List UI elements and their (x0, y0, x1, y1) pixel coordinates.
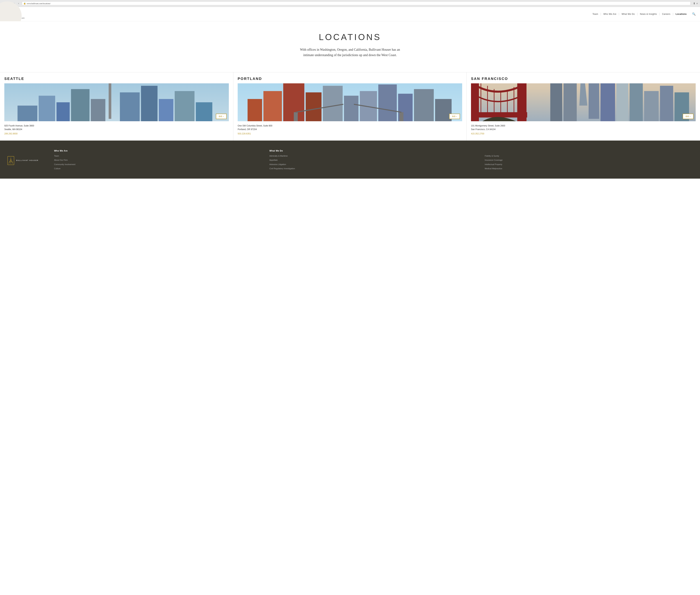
svg-rect-61 (563, 83, 577, 121)
url-text: www.bullivant.com/locations/ (27, 2, 51, 4)
svg-rect-20 (175, 91, 195, 121)
footer-link-insurance[interactable]: Insurance Coverage (485, 159, 693, 162)
footer-link-about[interactable]: About Our Firm (54, 159, 262, 162)
seattle-phone[interactable]: 206.292.8930 (4, 133, 18, 135)
go-label: GO › (219, 115, 224, 117)
nav-link-careers[interactable]: Careers (660, 13, 673, 15)
sf-address: 101 Montgomery Street, Suite 2600 San Fr… (471, 124, 696, 131)
seattle-image-wrap: GO › (4, 83, 229, 121)
lock-icon: 🔒 (24, 2, 26, 4)
nav-link-team[interactable]: Team (590, 13, 601, 15)
seattle-address-line2: Seattle, WA 98104 (4, 128, 22, 131)
svg-rect-68 (630, 83, 643, 121)
site-footer: BULLIVANT HOUSER Who We Are Team About O… (0, 141, 700, 179)
svg-rect-65 (601, 83, 615, 121)
nav-link-locations[interactable]: Locations (673, 13, 689, 15)
footer-col-title-what: What We Do (269, 149, 477, 152)
add-tab-button[interactable]: + (696, 2, 698, 5)
sf-address-line1: 101 Montgomery Street, Suite 2600 (471, 124, 505, 127)
url-bar[interactable]: 🔒 www.bullivant.com/locations/ (22, 1, 691, 5)
browser-chrome: ‹ › 🔒 www.bullivant.com/locations/ ⬆ + (0, 0, 700, 7)
location-card-san-francisco: SAN FRANCISCO (467, 72, 700, 140)
sf-address-line2: San Francisco, CA 94104 (471, 128, 496, 131)
seattle-go-button[interactable]: GO › (216, 114, 227, 119)
svg-rect-19 (159, 99, 173, 121)
svg-rect-70 (660, 86, 673, 121)
footer-link-community[interactable]: Community Involvement (54, 163, 262, 166)
go-label-portland: GO › (452, 115, 457, 117)
svg-rect-35 (344, 96, 359, 121)
svg-rect-43 (400, 112, 403, 121)
svg-rect-12 (18, 106, 37, 121)
sf-title: SAN FRANCISCO (471, 77, 696, 81)
portland-address: One SW Columbia Street, Suite 800 Portla… (238, 124, 462, 131)
svg-rect-7 (109, 83, 111, 119)
main-navigation: BULLIVANT HOUSER Team Who We Are What We… (0, 7, 700, 21)
share-button[interactable]: ⬆ (693, 2, 695, 5)
footer-col-title-practice (485, 149, 693, 152)
footer-col-what-we-do: What We Do Admiralty & Maritime Appellat… (269, 149, 477, 172)
svg-rect-21 (196, 102, 212, 121)
svg-rect-16 (91, 99, 106, 121)
seattle-address-line1: 925 Fourth Avenue, Suite 3800 (4, 124, 34, 127)
svg-rect-17 (120, 92, 140, 121)
svg-rect-42 (294, 112, 298, 121)
header-area: LOCATIONS With offices in Washington, Or… (0, 21, 700, 65)
browser-actions: ⬆ + (693, 2, 698, 5)
svg-rect-37 (378, 85, 397, 121)
footer-link-civil[interactable]: Civil Regulatory Investigation (269, 167, 477, 170)
nav-link-who-we-are[interactable]: Who We Are (601, 13, 619, 15)
svg-rect-66 (616, 83, 628, 121)
portland-address-line1: One SW Columbia Street, Suite 800 (238, 124, 272, 127)
portland-skyline-image (238, 83, 462, 121)
nav-link-news-insights[interactable]: News & Insights (637, 13, 660, 15)
footer-link-fidelity[interactable]: Fidelity & Surety (485, 154, 693, 157)
page-title-section: LOCATIONS With offices in Washington, Or… (0, 21, 700, 63)
footer-link-team[interactable]: Team (54, 154, 262, 157)
svg-rect-34 (323, 86, 343, 121)
footer-logo-text: BULLIVANT HOUSER (16, 159, 38, 162)
footer-logo-icon (7, 156, 14, 165)
footer-link-asbestos[interactable]: Asbestos Litigation (269, 163, 477, 166)
sf-go-button[interactable]: GO › (683, 114, 694, 119)
footer-link-medical[interactable]: Medical Malpractice (485, 167, 693, 170)
portland-go-button[interactable]: GO › (449, 114, 460, 119)
go-label-sf: GO › (686, 115, 691, 117)
sf-skyline-image (471, 83, 696, 121)
location-card-portland: PORTLAND (233, 72, 467, 140)
location-card-seattle: SEATTLE (0, 72, 233, 140)
footer-link-ip[interactable]: Intellectual Property (485, 163, 693, 166)
svg-rect-64 (589, 83, 599, 119)
locations-grid: SEATTLE (0, 72, 700, 140)
sf-phone[interactable]: 415.352.2700 (471, 133, 484, 135)
portland-image-wrap: GO › (238, 83, 462, 121)
footer-col-title-who: Who We Are (54, 149, 262, 152)
search-button[interactable]: 🔍 (692, 12, 696, 16)
forward-button[interactable]: › (17, 2, 20, 5)
svg-rect-53 (471, 112, 527, 117)
footer-link-appellate[interactable]: Appellate (269, 159, 477, 162)
svg-rect-33 (305, 92, 322, 121)
portland-address-line2: Portland, OR 97204 (238, 128, 257, 131)
footer-link-admiralty[interactable]: Admiralty & Maritime (269, 154, 477, 157)
nav-link-what-we-do[interactable]: What We Do (619, 13, 637, 15)
svg-rect-39 (414, 89, 434, 121)
footer-logo: BULLIVANT HOUSER (7, 149, 47, 172)
svg-rect-18 (141, 86, 157, 121)
footer-col-who-we-are: Who We Are Team About Our Firm Community… (54, 149, 262, 172)
svg-rect-13 (38, 96, 55, 121)
svg-rect-69 (644, 91, 659, 121)
seattle-title: SEATTLE (4, 77, 229, 81)
svg-rect-2 (4, 83, 229, 121)
seattle-skyline-image (4, 83, 229, 121)
portland-phone[interactable]: 503.228.6351 (238, 133, 251, 135)
page-title: LOCATIONS (4, 32, 696, 42)
footer-col-practice: Fidelity & Surety Insurance Coverage Int… (485, 149, 693, 172)
svg-rect-30 (247, 99, 262, 121)
nav-links: Team Who We Are What We Do News & Insigh… (590, 13, 689, 15)
footer-link-culture[interactable]: Culture (54, 167, 262, 170)
svg-rect-15 (71, 89, 90, 121)
svg-rect-14 (56, 102, 69, 121)
svg-rect-31 (263, 91, 282, 121)
portland-title: PORTLAND (238, 77, 462, 81)
